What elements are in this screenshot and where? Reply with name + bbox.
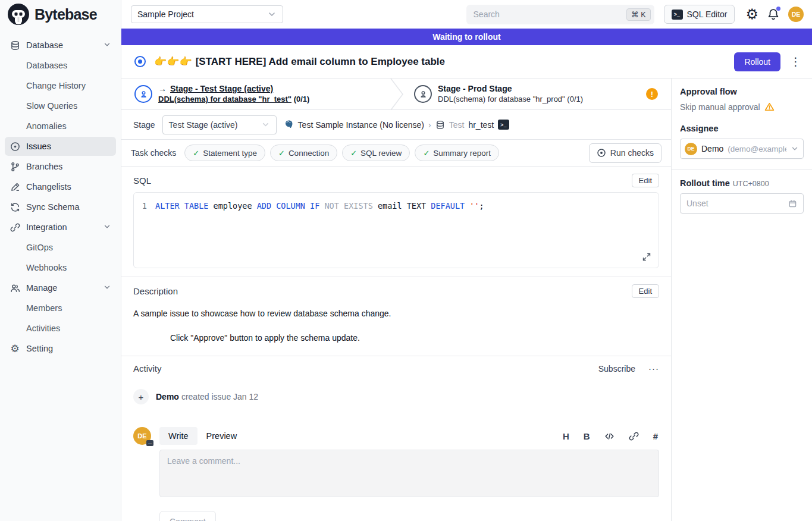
stage-card-test[interactable]: →Stage - Test Stage (active) DDL(schema)…: [121, 79, 390, 109]
activity-section: Activity Subscribe ··· + Democreated iss…: [121, 356, 671, 521]
assignee-email: (demo@example: [728, 145, 786, 153]
status-banner: Waiting to rollout: [121, 29, 812, 45]
stage-title-link[interactable]: Stage - Test Stage (active): [170, 84, 273, 93]
check-label: SQL review: [360, 149, 402, 158]
code-format-icon[interactable]: [604, 431, 615, 441]
stage-card-prod[interactable]: Stage - Prod Stage DDL(schema) for datab…: [403, 79, 671, 109]
description-section: Description Edit A sample issue to showc…: [121, 277, 671, 350]
sidebar-item-label: Sync Schema: [26, 202, 111, 212]
sidebar-item-manage[interactable]: Manage: [5, 278, 116, 297]
sidebar-item-label: GitOps: [26, 243, 111, 252]
kebab-menu-icon[interactable]: ⋮: [790, 55, 801, 68]
project-select-value: Sample Project: [137, 10, 194, 19]
link-format-icon[interactable]: [629, 431, 639, 441]
approver-icon-active: [134, 85, 152, 103]
subscribe-button[interactable]: Subscribe: [598, 364, 635, 374]
postgres-icon: [284, 120, 294, 130]
brand-logo[interactable]: Bytebase: [0, 0, 121, 29]
database-breadcrumb: Test Sample Instance (No license) › Test…: [284, 120, 510, 130]
run-checks-button[interactable]: Run checks: [589, 143, 661, 163]
sidebar-item-database[interactable]: Database: [5, 36, 116, 55]
sidebar-item-integration[interactable]: Integration: [5, 218, 116, 237]
sidebar-item-change-history[interactable]: Change History: [5, 76, 116, 95]
sidebar-item-databases[interactable]: Databases: [5, 56, 116, 75]
sidebar-item-label: Slow Queries: [26, 101, 111, 111]
assignee-label: Assignee: [680, 124, 804, 133]
bytebase-logo-icon: [7, 3, 30, 26]
stage-select[interactable]: Test Stage (active): [162, 115, 277, 134]
check-icon: ✓: [193, 149, 199, 158]
calendar-icon: [788, 199, 797, 208]
chevron-down-icon: [791, 145, 799, 153]
assignee-select[interactable]: DE Demo (demo@example: [680, 139, 804, 159]
tab-preview[interactable]: Preview: [197, 427, 246, 445]
topbar: Sample Project ⌘ K >_ SQL Editor ⚙ DE: [121, 0, 812, 29]
comment-input[interactable]: [159, 450, 659, 497]
open-sql-editor-icon[interactable]: >_: [498, 120, 509, 130]
chevron-down-icon: [103, 222, 111, 233]
sql-editor-button[interactable]: >_ SQL Editor: [664, 5, 735, 24]
environment-tag: Test: [449, 120, 465, 130]
stage-task-link[interactable]: DDL(schema) for database "hr_test": [158, 95, 291, 103]
sidebar-item-issues[interactable]: Issues: [5, 137, 116, 156]
current-stage-arrow: →: [158, 84, 167, 93]
task-checks-row: Task checks ✓Statement type✓Connection✓S…: [121, 140, 671, 167]
right-panel: Approval flow Skip manual approval Assig…: [671, 79, 812, 521]
more-menu-icon[interactable]: ···: [648, 363, 659, 374]
search-input[interactable]: [474, 10, 627, 19]
pointing-emoji: 👉👉👉: [154, 56, 192, 67]
event-text: created issue Jan 12: [181, 392, 258, 401]
plus-icon: +: [133, 389, 149, 404]
sidebar-item-label: Anomalies: [26, 121, 111, 131]
chevron-down-icon: [103, 283, 111, 293]
sidebar-item-label: Changelists: [26, 182, 111, 192]
description-label: Description: [133, 286, 178, 296]
sidebar-item-anomalies[interactable]: Anomalies: [5, 117, 116, 136]
sidebar-item-webhooks[interactable]: Webhooks: [5, 258, 116, 277]
sidebar-item-gitops[interactable]: GitOps: [5, 238, 116, 257]
rollout-time-input[interactable]: Unset: [680, 193, 804, 214]
heading-format-button[interactable]: H: [563, 431, 569, 441]
comment-editor: DE ··· Write Preview H B: [133, 427, 659, 521]
check-pill-sql-review[interactable]: ✓SQL review: [342, 145, 410, 161]
assignee-avatar: DE: [685, 143, 697, 155]
sidebar-item-setting[interactable]: ⚙Setting: [5, 339, 116, 358]
sql-editor-label: SQL Editor: [687, 10, 728, 19]
description-edit-button[interactable]: Edit: [632, 284, 659, 298]
sidebar-item-label: Database: [26, 40, 103, 50]
notifications-bell-icon[interactable]: [767, 8, 780, 21]
hash-format-button[interactable]: #: [653, 431, 658, 441]
warning-badge: !: [646, 88, 658, 100]
check-pill-statement-type[interactable]: ✓Statement type: [184, 145, 265, 161]
instance-link[interactable]: Test Sample Instance (No license): [298, 120, 424, 130]
sql-edit-button[interactable]: Edit: [632, 174, 659, 187]
sidebar-item-slow-queries[interactable]: Slow Queries: [5, 96, 116, 115]
sidebar-item-label: Activities: [26, 324, 111, 333]
sidebar-item-sync-schema[interactable]: Sync Schema: [5, 197, 116, 216]
project-select[interactable]: Sample Project: [131, 5, 283, 23]
database-icon: [435, 120, 445, 130]
tab-write[interactable]: Write: [159, 427, 197, 445]
settings-gear-icon[interactable]: ⚙: [745, 7, 758, 21]
comment-button[interactable]: Comment: [159, 511, 216, 521]
stage-pipeline: →Stage - Test Stage (active) DDL(schema)…: [121, 79, 671, 110]
sidebar-item-label: Issues: [26, 142, 111, 151]
sidebar-item-branches[interactable]: Branches: [5, 157, 116, 176]
search-box[interactable]: ⌘ K: [466, 5, 654, 24]
sidebar-item-changelists[interactable]: Changelists: [5, 177, 116, 196]
rollout-button[interactable]: Rollout: [734, 52, 780, 71]
run-checks-icon: [597, 148, 606, 158]
rollout-time-label: Rollout timeUTC+0800: [680, 178, 804, 188]
stage-separator: [390, 79, 403, 110]
sidebar-item-members[interactable]: Members: [5, 299, 116, 318]
bold-format-button[interactable]: B: [584, 431, 590, 441]
check-pill-connection[interactable]: ✓Connection: [270, 145, 337, 161]
expand-icon[interactable]: [642, 252, 651, 262]
database-link[interactable]: hr_test: [468, 120, 494, 130]
sidebar-item-label: Members: [26, 303, 111, 313]
sidebar-item-activities[interactable]: Activities: [5, 319, 116, 338]
check-label: Statement type: [203, 149, 257, 158]
check-pill-summary-report[interactable]: ✓Summary report: [415, 145, 499, 161]
user-avatar[interactable]: DE: [788, 7, 804, 22]
prod-stage-title: Stage - Prod Stage: [438, 83, 583, 94]
